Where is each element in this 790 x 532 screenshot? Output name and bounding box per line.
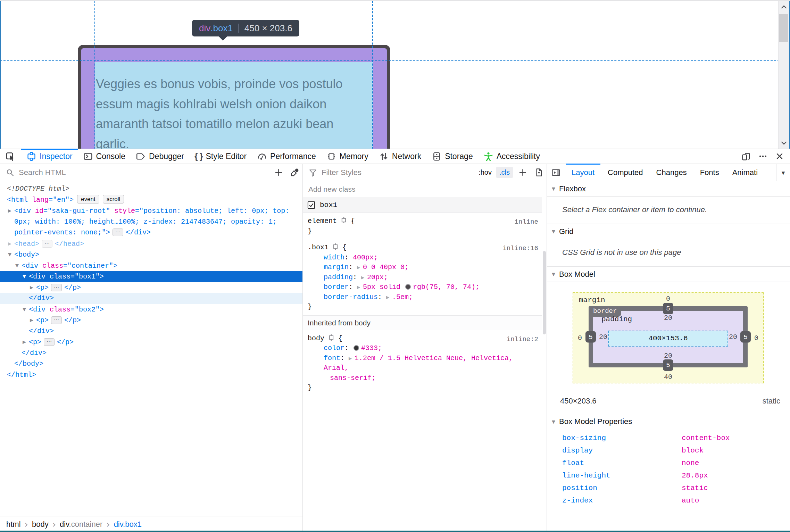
rule-selector[interactable]: body bbox=[308, 334, 324, 342]
box-model-property-row[interactable]: line-height28.8px bbox=[547, 469, 790, 482]
css-declaration-continuation: sans-serif; bbox=[308, 373, 537, 383]
border-left-value[interactable]: 5 bbox=[585, 331, 596, 343]
tab-inspector[interactable]: Inspector bbox=[21, 149, 78, 164]
box-model-property-row[interactable]: floatnone bbox=[547, 457, 790, 469]
markup-node-row[interactable]: ▶<p>⋯</p> bbox=[0, 282, 302, 293]
tab-storage[interactable]: Storage bbox=[426, 149, 478, 164]
scrollbar-thumb[interactable] bbox=[779, 14, 788, 42]
markup-node-row[interactable]: </div> bbox=[0, 293, 302, 304]
rule-source-link[interactable]: inline:16 bbox=[502, 243, 538, 253]
box-model-property-row[interactable]: displayblock bbox=[547, 444, 790, 457]
markup-node-row[interactable]: ▶<p>⋯</p> bbox=[0, 315, 302, 326]
color-swatch[interactable] bbox=[405, 284, 411, 290]
markup-node-row[interactable]: ▼<div class="box2"> bbox=[0, 304, 302, 315]
tab-style-editor[interactable]: { } Style Editor bbox=[189, 149, 252, 164]
css-declaration[interactable]: margin: ▶0 0 40px 0; bbox=[308, 263, 537, 273]
markup-node-row[interactable]: <html lang="en">eventscroll bbox=[0, 194, 302, 206]
box-model-content-size[interactable]: 400×153.6 bbox=[608, 331, 728, 347]
rules-scrollbar[interactable] bbox=[542, 182, 547, 532]
markup-node-row[interactable]: pointer-events: none;">⋯</div> bbox=[0, 227, 302, 238]
box-model-property-row[interactable]: z-indexauto bbox=[547, 494, 790, 507]
rule-body[interactable]: body{ inline:2 color: #333;font: ▶1.2em … bbox=[303, 330, 542, 396]
flexbox-section-header[interactable]: ▼ Flexbox bbox=[547, 181, 790, 197]
class-checkbox-row[interactable]: box1 bbox=[303, 197, 542, 213]
markup-node-row[interactable]: 0px; width: 100%; height…100%; z-index: … bbox=[0, 216, 302, 227]
create-node-button[interactable] bbox=[271, 164, 286, 181]
box-model-property-row[interactable]: positionstatic bbox=[547, 482, 790, 494]
breadcrumb-item[interactable]: html bbox=[6, 520, 21, 529]
tab-memory[interactable]: Memory bbox=[321, 149, 374, 164]
split-console-button[interactable] bbox=[738, 149, 755, 164]
tab-animations[interactable]: Animati bbox=[726, 164, 758, 181]
css-declaration[interactable]: padding: ▶20px; bbox=[308, 273, 537, 283]
grid-section-header[interactable]: ▼ Grid bbox=[547, 224, 790, 239]
markup-node-row[interactable]: </body> bbox=[0, 358, 302, 369]
node-picker-button[interactable] bbox=[0, 149, 21, 164]
close-devtools-button[interactable] bbox=[771, 149, 788, 164]
filter-styles-input[interactable] bbox=[321, 168, 475, 177]
tab-performance[interactable]: Performance bbox=[252, 149, 321, 164]
rule-box1[interactable]: .box1{ inline:16 width: 400px;margin: ▶0… bbox=[303, 239, 542, 315]
tab-network[interactable]: Network bbox=[374, 149, 426, 164]
markup-node-row[interactable]: <!DOCTYPE html> bbox=[0, 183, 302, 194]
css-declaration[interactable]: border: ▶5px solid rgb(75, 70, 74); bbox=[308, 282, 537, 292]
markup-node-row[interactable]: ▶<head>⋯</head> bbox=[0, 238, 302, 249]
breadcrumb-item[interactable]: div.box1 bbox=[114, 520, 142, 529]
markup-node-row[interactable]: ▶<p>⋯</p> bbox=[0, 336, 302, 348]
margin-bottom-value[interactable]: 40 bbox=[664, 373, 672, 381]
padding-top-value[interactable]: 20 bbox=[664, 314, 672, 322]
breadcrumb-item[interactable]: body bbox=[32, 520, 49, 529]
css-declaration[interactable]: border-radius: ▶.5em; bbox=[308, 292, 537, 302]
margin-top-value[interactable]: 0 bbox=[666, 295, 670, 303]
markup-node-row[interactable]: ▼<div class="container"> bbox=[0, 260, 302, 271]
padding-left-value[interactable]: 20 bbox=[599, 333, 607, 341]
markup-node-row[interactable]: </html> bbox=[0, 369, 302, 381]
all-tabs-dropdown[interactable]: ▾ bbox=[776, 164, 790, 181]
rule-source-link[interactable]: inline:2 bbox=[507, 334, 538, 344]
tab-changes[interactable]: Changes bbox=[650, 164, 693, 181]
css-declaration[interactable]: font: ▶1.2em / 1.5 Helvetica Neue, Helve… bbox=[308, 354, 537, 373]
boxmodel-section-header[interactable]: ▼ Box Model bbox=[547, 267, 790, 282]
css-declaration[interactable]: width: 400px; bbox=[308, 253, 537, 263]
class-toggle[interactable]: .cls bbox=[496, 167, 513, 178]
rule-source-link[interactable]: inline bbox=[515, 217, 538, 227]
border-top-value[interactable]: 5 bbox=[663, 303, 673, 314]
sidebar-toggle-button[interactable] bbox=[547, 168, 565, 177]
box-model-property-row[interactable]: box-sizingcontent-box bbox=[547, 432, 790, 444]
padding-bottom-value[interactable]: 20 bbox=[664, 352, 672, 360]
markup-node-row[interactable]: ▼<div class="box1"> bbox=[0, 271, 302, 282]
tab-fonts[interactable]: Fonts bbox=[693, 164, 726, 181]
tab-console[interactable]: Console bbox=[78, 149, 131, 164]
tab-accessibility[interactable]: Accessibility bbox=[478, 149, 545, 164]
tab-debugger[interactable]: Debugger bbox=[131, 149, 189, 164]
border-bottom-value[interactable]: 5 bbox=[663, 359, 673, 371]
markup-node-row[interactable]: ▶<div id="saka-gui-root" style="position… bbox=[0, 205, 302, 216]
rule-selector[interactable]: .box1 bbox=[308, 243, 329, 251]
search-html-input[interactable] bbox=[18, 168, 270, 177]
add-rule-button[interactable] bbox=[515, 164, 531, 181]
tab-computed[interactable]: Computed bbox=[601, 164, 650, 181]
markup-node-row[interactable]: </div> bbox=[0, 326, 302, 337]
color-swatch[interactable] bbox=[354, 345, 359, 351]
margin-right-value[interactable]: 0 bbox=[754, 334, 758, 342]
rule-selector[interactable]: element bbox=[308, 217, 337, 225]
add-new-class-input[interactable] bbox=[308, 185, 537, 194]
padding-right-value[interactable]: 20 bbox=[729, 333, 737, 341]
markup-node-row[interactable]: ▼<body> bbox=[0, 249, 302, 260]
scrollbar-thumb[interactable] bbox=[543, 251, 546, 334]
tab-layout[interactable]: Layout bbox=[565, 164, 601, 181]
boxmodel-properties-header[interactable]: ▼ Box Model Properties bbox=[547, 414, 790, 429]
breadcrumb-item[interactable]: div.container bbox=[60, 520, 102, 529]
page-scrollbar[interactable] bbox=[778, 1, 789, 149]
eyedropper-button[interactable] bbox=[286, 164, 302, 181]
css-declaration[interactable]: color: #333; bbox=[308, 343, 537, 354]
devtools-menu-button[interactable] bbox=[755, 149, 771, 164]
rule-element[interactable]: element{ inline } bbox=[303, 213, 542, 239]
margin-left-value[interactable]: 0 bbox=[578, 334, 582, 342]
pseudo-class-toggle[interactable]: :hov bbox=[476, 168, 494, 176]
print-simulation-button[interactable] bbox=[531, 164, 547, 181]
border-right-value[interactable]: 5 bbox=[740, 331, 751, 343]
box-model-margin-layer[interactable]: margin 0 40 0 0 border 5 5 5 5 padding 2… bbox=[573, 292, 764, 383]
box-model-border-layer[interactable]: border 5 5 5 5 padding 20 20 20 20 400×1… bbox=[589, 306, 748, 367]
markup-node-row[interactable]: </div> bbox=[0, 348, 302, 359]
